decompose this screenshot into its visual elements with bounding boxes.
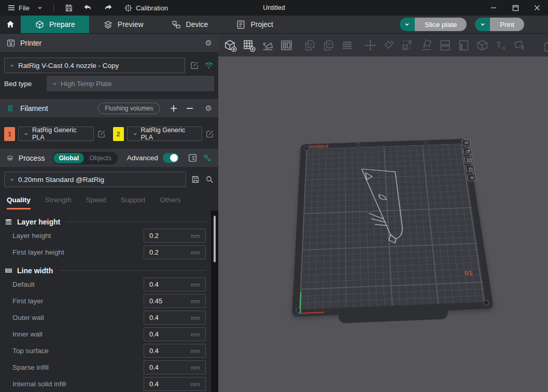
slice-plate-label[interactable]: Slice plate <box>415 18 467 31</box>
undo-button[interactable] <box>81 2 95 13</box>
lay-on-face-button[interactable] <box>419 38 433 52</box>
param-label: Default <box>12 281 144 288</box>
undo-icon <box>83 4 93 12</box>
tab-speed[interactable]: Speed <box>86 196 106 209</box>
param-label: First layer <box>12 297 144 305</box>
scale-button[interactable] <box>401 38 415 52</box>
add-text-button[interactable]: Ta <box>494 38 508 52</box>
param-unit: mm <box>191 331 200 338</box>
move-icon <box>363 38 377 52</box>
remove-filament-button[interactable] <box>186 105 193 112</box>
assembly-view-button[interactable] <box>542 38 548 52</box>
cut-button[interactable] <box>438 38 452 52</box>
param-row: Sparse infill 0.4 mm <box>12 360 206 374</box>
printer-preset-select[interactable]: RatRig V-Cast 0.4 nozzle - Copy <box>4 58 185 73</box>
home-button[interactable] <box>0 16 21 33</box>
add-plate-button[interactable] <box>242 38 256 52</box>
param-input[interactable]: 0.2 mm <box>144 229 206 243</box>
close-button[interactable] <box>526 0 548 16</box>
minimize-button[interactable] <box>483 0 504 16</box>
param-input[interactable]: 0.4 mm <box>144 377 206 391</box>
plate-name-label[interactable]: Untitled <box>309 144 329 149</box>
build-plate[interactable]: Untitled 01 <box>292 139 494 317</box>
plate-screw-hole <box>483 300 490 306</box>
slice-plate-button[interactable]: Slice plate <box>400 18 467 31</box>
slice-options-dropdown[interactable] <box>400 18 415 31</box>
filament-2-select[interactable]: RatRig Generic PLA <box>127 127 203 141</box>
file-menu-button[interactable]: File <box>5 2 32 13</box>
printer-settings-gear-icon[interactable]: ⚙ <box>205 39 212 47</box>
chevron-down-icon <box>23 131 29 137</box>
scope-objects[interactable]: Objects <box>84 153 116 163</box>
scope-global[interactable]: Global <box>53 153 84 163</box>
param-input[interactable]: 0.4 mm <box>144 311 206 325</box>
scrollbar-track[interactable] <box>211 211 218 392</box>
compare-presets-button[interactable] <box>202 153 212 163</box>
tab-project[interactable]: Project <box>222 16 287 33</box>
param-row: Inner wall 0.4 mm <box>12 327 206 341</box>
layers-button[interactable] <box>340 38 354 52</box>
arrange-plate-icon[interactable] <box>464 156 474 163</box>
file-menu-label: File <box>19 4 30 12</box>
param-input[interactable]: 0.45 mm <box>144 294 206 308</box>
redo-button[interactable] <box>101 2 115 13</box>
support-paint-button[interactable] <box>457 38 471 52</box>
param-input[interactable]: 0.2 mm <box>144 245 206 259</box>
color-paint-button[interactable] <box>513 38 527 52</box>
scrollbar-thumb[interactable] <box>214 216 216 262</box>
edit-printer-preset-button[interactable] <box>190 61 199 70</box>
edit-filament-2-button[interactable] <box>205 130 214 138</box>
tab-device[interactable]: Device <box>158 16 222 33</box>
param-unit: mm <box>191 381 200 387</box>
orient-plate-icon[interactable] <box>463 148 473 155</box>
tab-quality[interactable]: Quality <box>7 196 31 209</box>
advanced-toggle[interactable] <box>163 153 179 163</box>
move-button[interactable] <box>363 38 377 52</box>
filament-1-select[interactable]: RatRig Generic PLA <box>18 127 94 141</box>
auto-orient-button[interactable] <box>261 38 275 52</box>
param-input[interactable]: 0.4 mm <box>144 277 206 291</box>
lock-plate-icon[interactable] <box>466 165 475 172</box>
print-label[interactable]: Print <box>490 18 524 31</box>
mesh-boolean-button[interactable] <box>475 38 489 52</box>
file-menu-dropdown[interactable] <box>35 3 45 12</box>
rotate-button[interactable] <box>382 38 396 52</box>
plus-icon <box>170 105 177 112</box>
filament-1-badge[interactable]: 1 <box>4 127 15 141</box>
process-scope-toggle[interactable]: Global Objects <box>52 152 117 164</box>
maximize-button[interactable] <box>504 0 526 16</box>
model-wireframe[interactable] <box>357 165 418 252</box>
print-options-dropdown[interactable] <box>475 18 490 31</box>
filament-2-badge[interactable]: 2 <box>113 127 124 141</box>
save-button[interactable] <box>62 2 75 14</box>
parameter-table-button[interactable] <box>188 153 198 163</box>
filament-settings-gear-icon[interactable]: ⚙ <box>205 104 212 112</box>
tab-others[interactable]: Others <box>160 196 181 209</box>
axes-gizmo <box>297 290 326 315</box>
delete-plate-icon[interactable] <box>461 139 471 146</box>
calibration-button[interactable]: Calibration <box>122 2 170 14</box>
paste-button[interactable]: P <box>321 38 335 52</box>
search-settings-button[interactable] <box>205 175 214 184</box>
search-icon <box>205 175 214 184</box>
arrange-button[interactable] <box>279 38 293 52</box>
tab-preview[interactable]: Preview <box>89 16 158 33</box>
save-preset-button[interactable] <box>191 175 200 184</box>
process-preset-select[interactable]: 0.20mm Standard @RatRig <box>4 172 186 187</box>
line-width-group-header: Line width <box>4 266 206 275</box>
tab-prepare[interactable]: Prepare <box>21 16 89 33</box>
flushing-volumes-button[interactable]: Flushing volumes <box>98 103 160 114</box>
param-input[interactable]: 0.4 mm <box>144 327 206 341</box>
print-button[interactable]: Print <box>475 18 524 31</box>
tab-strength[interactable]: Strength <box>45 196 72 209</box>
printer-connection-wifi-icon[interactable] <box>204 61 214 69</box>
param-input[interactable]: 0.4 mm <box>144 360 206 374</box>
add-object-button[interactable] <box>223 38 237 52</box>
plate-settings-icon[interactable] <box>467 174 476 181</box>
tab-support[interactable]: Support <box>121 196 145 209</box>
copy-button[interactable]: 0 <box>303 38 317 52</box>
bed-type-select[interactable]: High Temp Plate <box>47 76 214 91</box>
edit-filament-1-button[interactable] <box>97 130 106 138</box>
param-input[interactable]: 0.4 mm <box>144 344 206 358</box>
add-filament-button[interactable] <box>170 105 177 112</box>
